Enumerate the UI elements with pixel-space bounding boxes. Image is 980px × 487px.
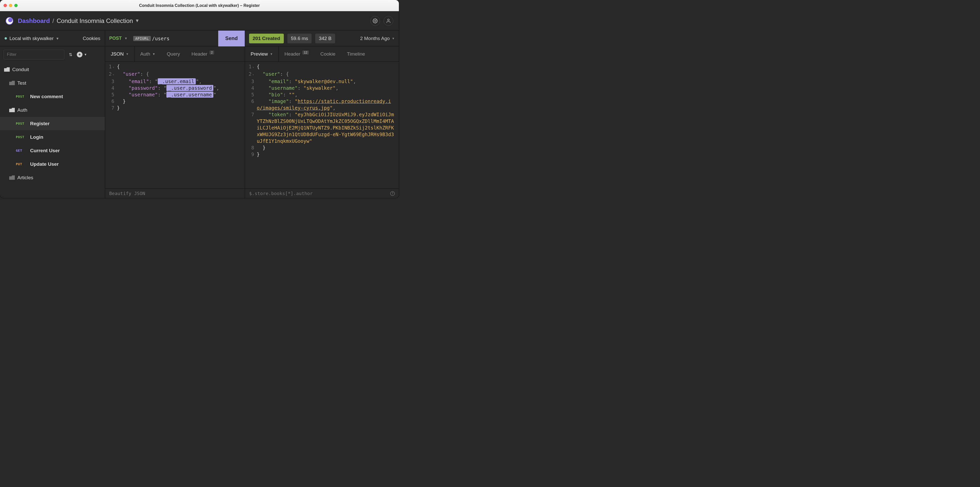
chevron-down-icon: ▼ xyxy=(392,37,395,40)
tab-label: Timeline xyxy=(347,51,365,57)
method-badge: GET xyxy=(16,149,28,152)
tab-header[interactable]: Header 2 xyxy=(186,46,220,62)
environment-selector[interactable]: Local with skywalker xyxy=(10,36,54,41)
url-input[interactable]: APIURL/users xyxy=(133,36,169,41)
request-label: Register xyxy=(30,121,49,127)
method-badge: POST xyxy=(16,122,28,125)
environment-indicator-icon xyxy=(5,37,7,40)
folder-open-icon xyxy=(9,108,15,112)
send-button[interactable]: Send xyxy=(218,30,245,46)
chevron-down-icon: ▼ xyxy=(84,53,87,56)
breadcrumb-separator: / xyxy=(52,17,54,24)
window-title: Conduit Insomnia Collection (Local with … xyxy=(0,3,399,8)
chevron-down-icon[interactable]: ▼ xyxy=(135,18,140,24)
url-path: /users xyxy=(152,36,169,41)
user-icon xyxy=(386,18,391,24)
folder-label: Auth xyxy=(18,107,27,113)
folder-open-icon xyxy=(9,175,15,180)
folder-conduit[interactable]: Conduit xyxy=(0,63,105,76)
template-var-chip[interactable]: _.user.username xyxy=(166,92,213,98)
request-body-editor[interactable]: 1▾{ 2▾ "user": { 3 "email": "_.user.emai… xyxy=(105,62,245,189)
response-filter-input[interactable] xyxy=(249,191,390,196)
request-label: Login xyxy=(30,134,43,140)
method-badge: POST xyxy=(16,95,28,98)
insomnia-logo-icon xyxy=(6,17,13,25)
method-dropdown[interactable]: POST ▼ xyxy=(109,36,127,41)
request-label: Update User xyxy=(30,162,59,167)
request-current-user[interactable]: GET Current User xyxy=(0,144,105,157)
method-badge: POST xyxy=(16,135,28,139)
request-new-comment[interactable]: POST New comment xyxy=(0,90,105,103)
folder-open-icon xyxy=(9,81,15,85)
sidebar: Local with skywalker ▼ Cookies ⇅ + ▼ Con… xyxy=(0,30,105,198)
request-login[interactable]: POST Login xyxy=(0,130,105,144)
response-body-viewer[interactable]: 1▾{ 2▾ "user": { 3 "email": "skywalker@d… xyxy=(245,62,399,189)
header-count-badge: 2 xyxy=(210,51,215,55)
app-header: Dashboard / Conduit Insomnia Collection … xyxy=(0,11,399,30)
plus-circle-icon: + xyxy=(77,52,83,57)
response-age-label: 2 Months Ago xyxy=(360,36,390,41)
request-tabs: JSON ▼ Auth ▼ Query Header 2 xyxy=(105,46,245,62)
tab-timeline[interactable]: Timeline xyxy=(341,46,371,62)
response-pane: 201 Created 59.6 ms 342 B 2 Months Ago ▼… xyxy=(245,30,399,198)
response-time-pill: 59.6 ms xyxy=(287,34,312,43)
tab-label: Auth xyxy=(140,51,150,57)
svg-point-1 xyxy=(388,19,390,21)
tab-response-header[interactable]: Header 12 xyxy=(279,46,315,62)
folder-articles[interactable]: Articles xyxy=(0,171,105,184)
tab-query[interactable]: Query xyxy=(161,46,186,62)
request-register[interactable]: POST Register xyxy=(0,117,105,130)
tab-label: Header xyxy=(191,51,207,57)
template-var-chip[interactable]: _.user.email xyxy=(158,78,196,84)
folder-test[interactable]: Test xyxy=(0,76,105,90)
chevron-down-icon: ▼ xyxy=(124,36,127,40)
folder-label: Test xyxy=(18,80,26,86)
svg-point-0 xyxy=(375,20,376,21)
new-item-button[interactable]: + ▼ xyxy=(77,52,87,57)
settings-button[interactable] xyxy=(370,16,380,26)
mac-titlebar: Conduit Insomnia Collection (Local with … xyxy=(0,0,399,11)
status-code-pill: 201 Created xyxy=(249,34,284,43)
tab-auth[interactable]: Auth ▼ xyxy=(135,46,161,62)
sort-toggle[interactable]: ⇅ xyxy=(69,52,72,57)
request-label: New comment xyxy=(30,94,63,100)
beautify-json-button[interactable]: Beautify JSON xyxy=(105,189,245,198)
header-count-badge: 12 xyxy=(302,51,309,55)
folder-auth[interactable]: Auth xyxy=(0,103,105,117)
help-icon[interactable]: ? xyxy=(390,191,395,196)
method-value: POST xyxy=(109,36,122,41)
folder-label: Articles xyxy=(18,175,33,181)
chevron-down-icon: ▼ xyxy=(270,52,273,56)
request-label: Current User xyxy=(30,148,60,154)
sidebar-filter-input[interactable] xyxy=(3,50,64,59)
template-var-chip[interactable]: _.user.password xyxy=(166,85,213,91)
tab-label: Preview xyxy=(251,51,268,57)
request-update-user[interactable]: PUT Update User xyxy=(0,157,105,171)
tab-preview[interactable]: Preview ▼ xyxy=(245,46,279,62)
sort-icon: ⇅ xyxy=(69,52,72,57)
env-var-chip: APIURL xyxy=(133,36,151,41)
tab-cookie[interactable]: Cookie xyxy=(315,46,341,62)
chevron-down-icon[interactable]: ▼ xyxy=(56,36,59,41)
tab-label: JSON xyxy=(111,51,124,57)
account-button[interactable] xyxy=(383,16,393,26)
response-size-pill: 342 B xyxy=(315,34,335,43)
folder-open-icon xyxy=(4,67,10,71)
method-badge: PUT xyxy=(16,162,28,166)
tab-label: Query xyxy=(167,51,180,57)
gear-icon xyxy=(372,18,378,24)
request-pane: POST ▼ APIURL/users Send JSON ▼ Auth ▼ xyxy=(105,30,245,198)
breadcrumb-collection[interactable]: Conduit Insomnia Collection xyxy=(57,17,133,24)
tab-label: Cookie xyxy=(320,51,335,57)
response-tabs: Preview ▼ Header 12 Cookie Timeline xyxy=(245,46,399,62)
cookies-link[interactable]: Cookies xyxy=(83,36,100,41)
chevron-down-icon: ▼ xyxy=(152,52,156,56)
request-tree: Conduit Test POST New comment Auth POST … xyxy=(0,63,105,198)
response-age-dropdown[interactable]: 2 Months Ago ▼ xyxy=(360,36,395,41)
breadcrumb-dashboard-link[interactable]: Dashboard xyxy=(18,17,50,24)
tab-label: Header xyxy=(284,51,300,57)
folder-label: Conduit xyxy=(12,67,29,72)
tab-body[interactable]: JSON ▼ xyxy=(105,46,135,62)
chevron-down-icon: ▼ xyxy=(126,52,129,56)
